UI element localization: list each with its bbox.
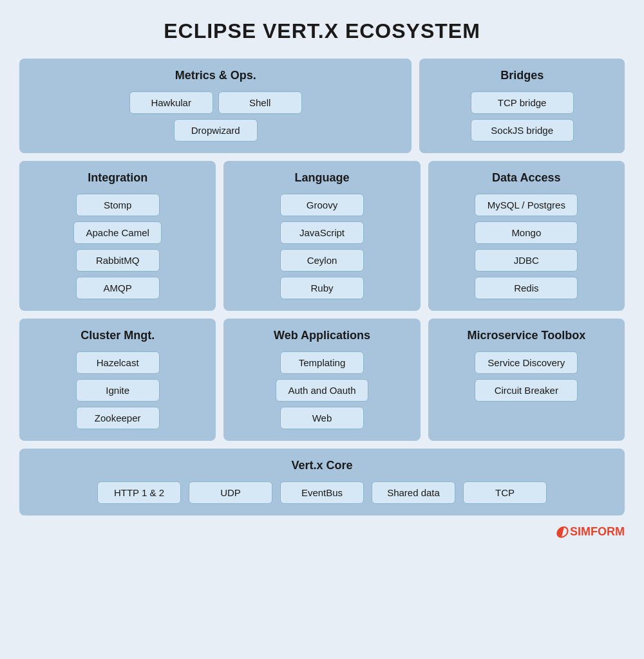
list-item: Apache Camel bbox=[73, 221, 161, 244]
section-bridges: Bridges TCP bridge SockJS bridge bbox=[419, 59, 625, 153]
list-item: Ruby bbox=[280, 277, 364, 299]
list-item: MySQL / Postgres bbox=[475, 194, 578, 216]
list-item: Redis bbox=[475, 277, 578, 299]
section-integration: Integration Stomp Apache Camel RabbitMQ … bbox=[19, 161, 216, 311]
page-title: ECLIPSE VERT.X ECOSYSTEM bbox=[19, 19, 625, 43]
dataaccess-items: MySQL / Postgres Mongo JDBC Redis bbox=[437, 194, 616, 299]
list-item: Hawkular bbox=[129, 91, 213, 114]
list-item: Stomp bbox=[76, 194, 160, 216]
integration-items: Stomp Apache Camel RabbitMQ AMQP bbox=[28, 194, 207, 299]
list-item: UDP bbox=[189, 481, 272, 504]
list-item: Circuit Breaker bbox=[475, 379, 578, 402]
list-item: Mongo bbox=[475, 221, 578, 244]
section-webapp: Web Applications Templating Auth and Oau… bbox=[223, 319, 420, 441]
section-webapp-title: Web Applications bbox=[232, 329, 411, 342]
section-integration-title: Integration bbox=[28, 171, 207, 185]
main-grid: Metrics & Ops. Hawkular Shell Dropwizard… bbox=[19, 59, 625, 515]
metrics-row-2: Dropwizard bbox=[174, 119, 258, 142]
list-item: Shell bbox=[218, 91, 302, 114]
row-core: Vert.x Core HTTP 1 & 2 UDP EventBus Shar… bbox=[19, 449, 625, 515]
simform-logo: ◐ SIMFORM bbox=[555, 523, 625, 540]
section-metrics-title: Metrics & Ops. bbox=[28, 69, 402, 82]
list-item: Groovy bbox=[280, 194, 364, 216]
list-item: RabbitMQ bbox=[76, 249, 160, 272]
section-core: Vert.x Core HTTP 1 & 2 UDP EventBus Shar… bbox=[19, 449, 625, 515]
list-item: Hazelcast bbox=[76, 351, 160, 374]
metrics-items: Hawkular Shell Dropwizard bbox=[28, 91, 402, 142]
list-item: Shared data bbox=[372, 481, 455, 504]
list-item: JDBC bbox=[475, 249, 578, 272]
list-item: Service Discovery bbox=[475, 351, 578, 374]
section-microservice-title: Microservice Toolbox bbox=[437, 329, 616, 342]
row-2: Integration Stomp Apache Camel RabbitMQ … bbox=[19, 161, 625, 311]
section-dataaccess-title: Data Access bbox=[437, 171, 616, 185]
footer: ◐ SIMFORM bbox=[19, 523, 625, 540]
list-item: Dropwizard bbox=[174, 119, 258, 142]
cluster-items: Hazelcast Ignite Zookeeper bbox=[28, 351, 207, 429]
list-item: SockJS bridge bbox=[471, 119, 574, 142]
bridges-items: TCP bridge SockJS bridge bbox=[428, 91, 616, 142]
section-cluster-title: Cluster Mngt. bbox=[28, 329, 207, 342]
list-item: TCP bridge bbox=[471, 91, 574, 114]
list-item: Ceylon bbox=[280, 249, 364, 272]
list-item: TCP bbox=[463, 481, 547, 504]
list-item: Web bbox=[280, 407, 364, 429]
section-dataaccess: Data Access MySQL / Postgres Mongo JDBC … bbox=[428, 161, 625, 311]
section-core-title: Vert.x Core bbox=[28, 459, 616, 472]
webapp-items: Templating Auth and Oauth Web bbox=[232, 351, 411, 429]
row-1: Metrics & Ops. Hawkular Shell Dropwizard… bbox=[19, 59, 625, 153]
language-items: Groovy JavaScript Ceylon Ruby bbox=[232, 194, 411, 299]
core-items: HTTP 1 & 2 UDP EventBus Shared data TCP bbox=[28, 481, 616, 504]
list-item: EventBus bbox=[280, 481, 364, 504]
section-language-title: Language bbox=[232, 171, 411, 185]
simform-text: SIMFORM bbox=[570, 525, 625, 539]
section-language: Language Groovy JavaScript Ceylon Ruby bbox=[223, 161, 420, 311]
simform-s-icon: ◐ bbox=[555, 523, 567, 540]
microservice-items: Service Discovery Circuit Breaker bbox=[437, 351, 616, 402]
metrics-row-1: Hawkular Shell bbox=[129, 91, 302, 114]
section-cluster: Cluster Mngt. Hazelcast Ignite Zookeeper bbox=[19, 319, 216, 441]
section-metrics: Metrics & Ops. Hawkular Shell Dropwizard bbox=[19, 59, 412, 153]
list-item: Ignite bbox=[76, 379, 160, 402]
list-item: Auth and Oauth bbox=[276, 379, 368, 402]
section-bridges-title: Bridges bbox=[428, 69, 616, 82]
section-microservice: Microservice Toolbox Service Discovery C… bbox=[428, 319, 625, 441]
list-item: AMQP bbox=[76, 277, 160, 299]
list-item: HTTP 1 & 2 bbox=[97, 481, 181, 504]
list-item: Zookeeper bbox=[76, 407, 160, 429]
row-3: Cluster Mngt. Hazelcast Ignite Zookeeper… bbox=[19, 319, 625, 441]
list-item: JavaScript bbox=[280, 221, 364, 244]
list-item: Templating bbox=[280, 351, 364, 374]
